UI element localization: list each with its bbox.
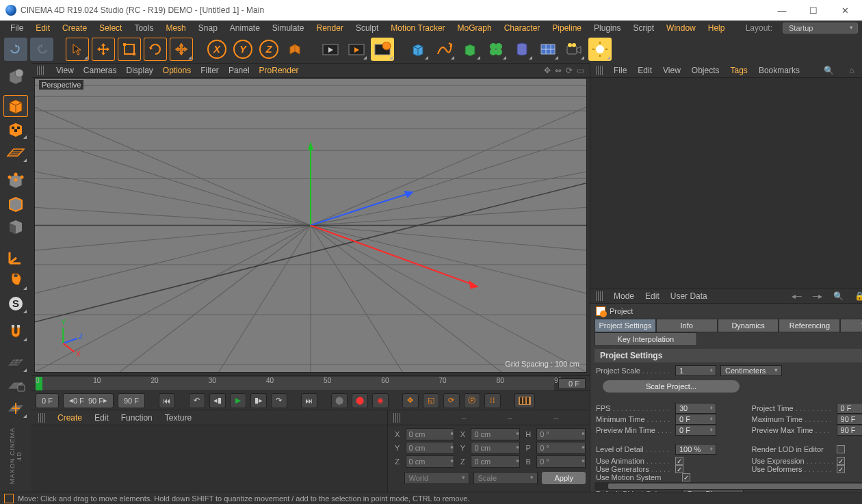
material-list[interactable]	[31, 425, 387, 492]
add-spline[interactable]	[432, 38, 456, 61]
menu-select[interactable]: Select	[93, 21, 128, 35]
lod-input[interactable]: 100 %	[675, 444, 716, 455]
rotate-tool[interactable]	[144, 38, 167, 61]
record-button[interactable]: ⬤	[352, 393, 368, 408]
vp-menu-panel[interactable]: Panel	[228, 66, 250, 75]
render-picture-viewer[interactable]	[345, 38, 368, 61]
vp-menu-display[interactable]: Display	[126, 66, 153, 75]
render-view[interactable]	[319, 38, 342, 61]
polygon-mode[interactable]	[3, 216, 28, 238]
y-axis-lock[interactable]: Y	[231, 38, 254, 61]
key-scale-button[interactable]: ◱	[423, 393, 439, 408]
point-mode[interactable]	[3, 170, 28, 191]
menu-create[interactable]: Create	[56, 21, 93, 35]
menu-motion-tracker[interactable]: Motion Tracker	[384, 21, 451, 35]
attr-lock-icon[interactable]: 🔒	[854, 291, 862, 301]
project-scale-unit[interactable]: Centimeters	[720, 365, 782, 376]
last-tool[interactable]	[170, 38, 193, 61]
use-anim-checkbox[interactable]	[675, 457, 683, 465]
prev-key-button[interactable]: ↶	[189, 393, 205, 408]
timeline-ruler[interactable]: 0102030405060708090	[36, 377, 554, 390]
autokey-button[interactable]: ◉	[372, 393, 389, 408]
coord-space-dropdown[interactable]: World	[404, 472, 469, 484]
use-motion-checkbox[interactable]	[682, 473, 690, 481]
coord-value-input[interactable]: 0 cm	[406, 442, 455, 454]
tab-project-settings[interactable]: Project Settings	[595, 319, 656, 332]
x-axis-lock[interactable]: X	[205, 38, 228, 61]
add-cube[interactable]	[406, 38, 430, 61]
vp-pan-icon[interactable]: ✥	[544, 66, 551, 75]
menu-character[interactable]: Character	[498, 21, 547, 35]
scale-project-button[interactable]: Scale Project...	[603, 380, 740, 393]
move-tool[interactable]	[92, 38, 115, 61]
tweak-mode[interactable]	[3, 269, 28, 291]
menu-sculpt[interactable]: Sculpt	[350, 21, 384, 35]
menu-file[interactable]: File	[4, 21, 29, 35]
layout-dropdown[interactable]: Startup	[783, 23, 858, 34]
menu-tools[interactable]: Tools	[128, 21, 159, 35]
range-end[interactable]: 90 F	[118, 393, 145, 408]
coord-value-input[interactable]: 0 cm	[471, 442, 520, 454]
scale-tool[interactable]	[118, 38, 141, 61]
coord-value-input[interactable]: 0 cm	[406, 455, 455, 468]
render-settings[interactable]	[371, 38, 394, 61]
menu-help[interactable]: Help	[702, 21, 731, 35]
om-bookmarks[interactable]: Bookmarks	[759, 66, 800, 75]
menu-mesh[interactable]: Mesh	[159, 21, 192, 35]
menu-animate[interactable]: Animate	[224, 21, 266, 35]
use-def-checkbox[interactable]	[837, 465, 845, 473]
menu-mograph[interactable]: MoGraph	[452, 21, 498, 35]
grip-icon[interactable]	[596, 291, 603, 301]
vp-menu-filter[interactable]: Filter	[200, 66, 219, 75]
add-mograph[interactable]	[484, 38, 508, 61]
search-icon[interactable]: 🔍	[822, 66, 836, 75]
max-time-input[interactable]: 90 F	[837, 414, 862, 425]
coord-value-input[interactable]: 0 °	[536, 442, 586, 454]
timeline[interactable]: 0102030405060708090 0 F	[31, 375, 590, 390]
vp-menu-view[interactable]: View	[56, 66, 74, 75]
coord-value-input[interactable]: 0 cm	[471, 428, 520, 440]
home-icon[interactable]: ⌂	[847, 66, 856, 75]
grip-icon[interactable]	[596, 66, 603, 75]
next-key-button[interactable]: ↷	[271, 393, 287, 408]
magnet-tool[interactable]	[3, 321, 28, 343]
pmax-input[interactable]: 90 F	[837, 425, 862, 436]
menu-render[interactable]: Render	[311, 21, 350, 35]
coord-value-input[interactable]: 0 cm	[471, 455, 520, 468]
mat-menu-edit[interactable]: Edit	[94, 413, 109, 423]
tab-key-interp[interactable]: Key Interpolation	[595, 332, 697, 346]
vp-menu-prorender[interactable]: ProRender	[259, 66, 299, 75]
attr-search-icon[interactable]: 🔍	[833, 291, 844, 301]
coord-value-input[interactable]: 0 °	[536, 428, 586, 440]
fps-input[interactable]: 30	[675, 403, 716, 414]
close-button[interactable]: ✕	[829, 0, 861, 21]
use-gen-checkbox[interactable]	[675, 465, 683, 473]
mat-menu-create[interactable]: Create	[57, 413, 82, 423]
select-tool[interactable]	[66, 38, 89, 61]
next-frame-button[interactable]: ▮▸	[250, 393, 267, 408]
vp-menu-cameras[interactable]: Cameras	[83, 66, 117, 75]
range-slider[interactable]: ◂0 F 90 F▸	[63, 393, 114, 408]
om-objects[interactable]: Objects	[692, 66, 720, 75]
workplane-grid[interactable]	[3, 352, 28, 373]
key-param-button[interactable]: Ⓟ	[464, 393, 480, 408]
menu-snap[interactable]: Snap	[192, 21, 224, 35]
goto-end-button[interactable]: ⏭	[301, 393, 317, 408]
om-view[interactable]: View	[663, 66, 681, 75]
key-mode-button[interactable]	[514, 393, 535, 408]
workplane-lock[interactable]	[3, 375, 28, 397]
om-edit[interactable]: Edit	[638, 66, 652, 75]
tab-referencing[interactable]: Referencing	[779, 319, 840, 332]
add-deformer[interactable]	[510, 38, 534, 61]
project-time-input[interactable]: 0 F	[837, 403, 862, 414]
add-light[interactable]	[588, 38, 612, 61]
minimize-button[interactable]: —	[766, 0, 798, 21]
project-scale-input[interactable]: 1	[675, 365, 716, 376]
record-disabled-button[interactable]: ⬤	[331, 393, 348, 408]
key-rotate-button[interactable]: ⟳	[443, 393, 460, 408]
model-mode[interactable]	[3, 95, 28, 117]
workplane-mode[interactable]	[3, 142, 28, 163]
undo-button[interactable]	[4, 38, 27, 61]
attr-menu-edit[interactable]: Edit	[645, 291, 659, 301]
vp-toggle-icon[interactable]: ▭	[577, 66, 584, 75]
